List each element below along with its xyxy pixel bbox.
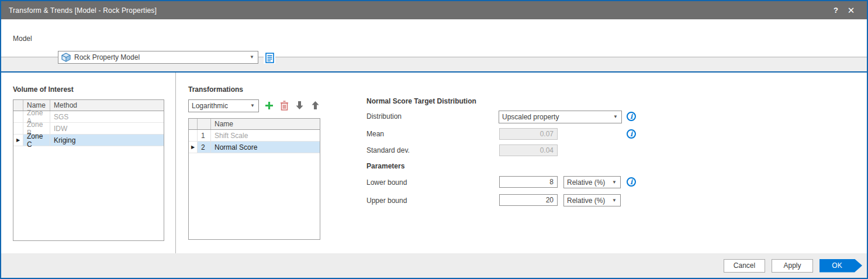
info-icon[interactable]: i	[627, 129, 636, 139]
move-down-button[interactable]	[293, 99, 305, 111]
apply-button[interactable]: Apply	[772, 259, 813, 273]
name-column-header: Name	[211, 119, 320, 129]
upper-bound-unit-value: Relative (%)	[567, 197, 605, 205]
transformation-type-value: Logarithmic	[192, 102, 228, 110]
close-button[interactable]: ✕	[843, 3, 859, 18]
help-button[interactable]: ?	[828, 3, 843, 18]
delete-transformation-button[interactable]	[278, 99, 290, 111]
volume-of-interest-heading: Volume of Interest	[13, 85, 74, 94]
zone-method-cell: SGS	[50, 111, 164, 122]
mean-field	[499, 128, 558, 140]
table-header-row: Name	[189, 119, 320, 130]
document-icon	[265, 53, 274, 63]
transformation-index-cell: 1	[198, 130, 211, 141]
model-section: Model Rock Property Model ▼	[1, 19, 867, 57]
table-row[interactable]: 1 Shift Scale	[189, 130, 320, 142]
transformation-index-cell: 2	[198, 142, 211, 153]
transform-trends-dialog: Transform & Trends [Model - Rock Propert…	[0, 0, 868, 279]
transformation-name-cell: Shift Scale	[211, 130, 320, 141]
distribution-dropdown[interactable]: Upscaled property ▼	[499, 111, 622, 123]
upper-bound-field[interactable]	[499, 194, 558, 206]
add-transformation-button[interactable]	[263, 99, 275, 111]
plus-icon	[264, 101, 274, 111]
standard-dev-label: Standard dev.	[366, 146, 410, 154]
distribution-label: Distribution	[366, 112, 402, 120]
zone-method-cell: IDW	[50, 123, 164, 134]
cancel-button[interactable]: Cancel	[724, 259, 765, 273]
zone-method-cell: Kriging	[50, 135, 164, 146]
row-selector-cell	[13, 123, 23, 134]
row-selector-icon: ▶	[189, 142, 198, 153]
transformations-heading: Transformations	[188, 85, 243, 94]
model-dropdown[interactable]: Rock Property Model ▼	[58, 51, 258, 64]
chevron-down-icon: ▼	[246, 55, 254, 60]
model-dropdown-value: Rock Property Model	[74, 53, 140, 61]
panel-divider	[175, 73, 176, 253]
chevron-down-icon: ▼	[608, 198, 617, 203]
mean-label: Mean	[366, 130, 384, 138]
title-bar: Transform & Trends [Model - Rock Propert…	[1, 1, 867, 19]
upper-bound-unit-dropdown[interactable]: Relative (%) ▼	[563, 194, 621, 206]
selector-header-cell	[189, 119, 198, 129]
info-icon[interactable]: i	[627, 177, 636, 187]
arrow-up-icon	[311, 101, 320, 110]
lower-bound-unit-value: Relative (%)	[567, 178, 605, 187]
model-notes-button[interactable]	[264, 51, 275, 64]
lower-bound-field[interactable]	[499, 176, 558, 188]
zone-name-cell: Zone C	[23, 135, 50, 146]
index-column-header	[198, 119, 211, 129]
method-column-header: Method	[50, 100, 164, 111]
ok-button[interactable]: OK	[819, 259, 862, 273]
arrow-down-icon	[295, 101, 304, 110]
row-selector-cell	[13, 111, 23, 122]
table-row-selected[interactable]: ▶ Zone C Kriging	[13, 135, 164, 146]
normal-score-heading: Normal Score Target Distribution	[366, 97, 476, 105]
model-cube-icon	[61, 53, 71, 62]
chevron-down-icon: ▼	[608, 180, 617, 185]
lower-bound-unit-dropdown[interactable]: Relative (%) ▼	[563, 176, 621, 188]
footer-bar: Cancel Apply OK	[1, 253, 867, 278]
transformation-name-cell: Normal Score	[211, 142, 320, 153]
trash-icon	[280, 101, 289, 111]
transformations-table[interactable]: Name 1 Shift Scale ▶ 2 Normal Score	[188, 118, 320, 240]
main-content: Volume of Interest Name Method Zone A SG…	[1, 73, 867, 253]
model-label: Model	[13, 35, 32, 43]
chevron-down-icon: ▼	[247, 104, 255, 108]
dialog-title: Transform & Trends [Model - Rock Propert…	[9, 6, 828, 15]
move-up-button[interactable]	[309, 99, 321, 111]
upper-bound-label: Upper bound	[366, 197, 407, 205]
standard-dev-field	[499, 144, 558, 156]
row-selector-icon: ▶	[13, 135, 23, 146]
parameters-heading: Parameters	[366, 162, 404, 170]
transformation-type-dropdown[interactable]: Logarithmic ▼	[188, 99, 259, 112]
info-icon[interactable]: i	[627, 112, 636, 121]
selector-header-cell	[13, 100, 23, 111]
row-selector-cell	[189, 130, 198, 141]
table-row-selected[interactable]: ▶ 2 Normal Score	[189, 142, 320, 153]
volume-of-interest-table[interactable]: Name Method Zone A SGS Zone B IDW ▶ Zone…	[13, 99, 164, 241]
lower-bound-label: Lower bound	[366, 178, 407, 187]
distribution-dropdown-value: Upscaled property	[502, 113, 559, 121]
chevron-down-icon: ▼	[610, 115, 618, 119]
